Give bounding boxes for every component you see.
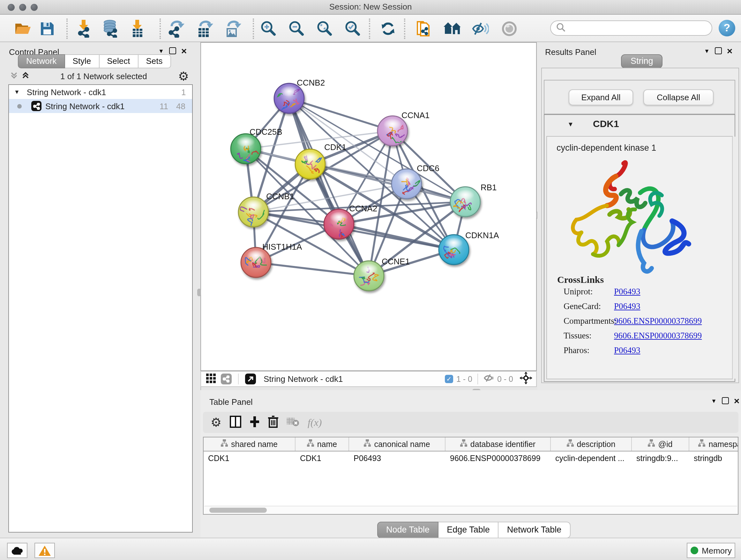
- table-options-gear-icon[interactable]: ⚙: [211, 416, 221, 428]
- table-hscrollbar[interactable]: [204, 506, 737, 514]
- open-session-icon[interactable]: [14, 20, 32, 38]
- table-panel-menu-icon[interactable]: ▼: [711, 397, 717, 404]
- node-HIST1H1A[interactable]: [241, 247, 271, 277]
- add-column-icon[interactable]: [250, 415, 260, 429]
- table-row[interactable]: CDK1CDK1P064939606.ENSP00000378699cyclin…: [204, 451, 738, 465]
- import-table-icon[interactable]: [128, 20, 146, 38]
- node-table[interactable]: shared namenamecanonical namedatabase id…: [203, 437, 738, 515]
- collection-expand-icon[interactable]: ▼: [14, 89, 20, 95]
- string-view-icon[interactable]: [221, 374, 232, 384]
- birds-eye-icon[interactable]: [520, 372, 532, 386]
- help-icon[interactable]: ?: [719, 20, 735, 37]
- expand-all-button[interactable]: Expand All: [569, 89, 633, 105]
- expand-all-icon[interactable]: [22, 71, 29, 81]
- tab-sets[interactable]: Sets: [138, 54, 171, 68]
- results-scrollbar[interactable]: [732, 137, 737, 379]
- node-CDC6[interactable]: [392, 169, 421, 199]
- selected-checkbox-icon[interactable]: ✓: [445, 375, 453, 383]
- column-header-database-identifier[interactable]: database identifier: [446, 437, 551, 451]
- table-cell[interactable]: CDK1: [204, 454, 295, 462]
- crosslink-link[interactable]: 9606.ENSP00000378699: [614, 316, 702, 326]
- collapse-all-button[interactable]: Collapse All: [643, 89, 714, 105]
- column-header-canonical-name[interactable]: canonical name: [349, 437, 446, 451]
- column-header-name[interactable]: name: [295, 437, 349, 451]
- node-CCNB2[interactable]: [274, 83, 304, 113]
- node-CCNE1[interactable]: [354, 261, 384, 291]
- zoom-selected-icon[interactable]: [344, 20, 362, 38]
- control-panel-float-icon[interactable]: [169, 47, 176, 54]
- results-panel-float-icon[interactable]: [715, 47, 722, 54]
- edge-CCNB2-CCNA1[interactable]: [289, 98, 393, 131]
- refresh-icon[interactable]: [379, 20, 397, 38]
- export-table-icon[interactable]: [196, 20, 214, 38]
- network-row[interactable]: String Network - cdk1 11 48: [9, 99, 192, 113]
- table-cell[interactable]: stringdb: [689, 454, 738, 462]
- home-icon[interactable]: [443, 20, 461, 38]
- node-CDKN1A[interactable]: [439, 235, 469, 265]
- grid-view-icon[interactable]: [206, 373, 216, 385]
- warning-button[interactable]: [35, 543, 55, 558]
- table-panel-float-icon[interactable]: [722, 397, 729, 404]
- table-cell[interactable]: stringdb:9...: [632, 454, 689, 462]
- control-panel-menu-icon[interactable]: ▼: [158, 48, 164, 54]
- cloud-button[interactable]: [7, 543, 27, 558]
- search-icon: [556, 22, 566, 34]
- column-header-namespace[interactable]: namespace: [689, 437, 738, 451]
- column-header-label: description: [577, 440, 616, 449]
- tab-network[interactable]: Network: [18, 54, 65, 68]
- node-CDK1[interactable]: [295, 149, 325, 179]
- node-CCNB1[interactable]: [239, 197, 268, 227]
- string-files-icon[interactable]: [415, 20, 433, 38]
- zoom-fit-icon[interactable]: [316, 20, 334, 38]
- column-header--id[interactable]: @id: [632, 437, 689, 451]
- table-cell[interactable]: cyclin-dependent ...: [551, 454, 632, 462]
- hidden-eye-icon[interactable]: [483, 374, 494, 384]
- network-collection-row[interactable]: ▼ String Network - cdk1 1: [9, 85, 192, 99]
- protein-collapse-icon[interactable]: ▼: [567, 121, 574, 128]
- zoom-out-icon[interactable]: [288, 20, 306, 38]
- export-network-icon[interactable]: [168, 20, 186, 38]
- column-header-label: shared name: [231, 440, 278, 449]
- left-splitter-handle[interactable]: [197, 289, 201, 296]
- tab-edge-table[interactable]: Edge Table: [439, 522, 499, 538]
- tab-select[interactable]: Select: [99, 54, 138, 68]
- save-session-icon[interactable]: [38, 20, 56, 38]
- crosslink-link[interactable]: P06493: [614, 287, 641, 297]
- edge-CCNE1-HIST1H1A[interactable]: [256, 262, 369, 276]
- table-hscrollbar-thumb[interactable]: [209, 508, 267, 513]
- tab-node-table[interactable]: Node Table: [377, 522, 439, 538]
- node-RB1[interactable]: [450, 187, 480, 217]
- results-panel-menu-icon[interactable]: ▼: [704, 48, 710, 54]
- zoom-in-icon[interactable]: [260, 20, 278, 38]
- tab-string[interactable]: String: [621, 54, 663, 68]
- node-CCNA1[interactable]: [378, 116, 408, 146]
- tab-style[interactable]: Style: [65, 54, 99, 68]
- show-columns-icon[interactable]: [230, 415, 241, 429]
- import-network-icon[interactable]: [75, 20, 92, 38]
- export-image-icon[interactable]: [224, 20, 242, 38]
- crosslink-label: GeneCard:: [563, 301, 601, 312]
- network-canvas[interactable]: CCNB2CCNA1CDC25BCDK1CDC6RB1CCNB1CCNA2CDK…: [200, 42, 537, 371]
- table-panel-close-icon[interactable]: ×: [734, 398, 740, 403]
- collapse-all-icon[interactable]: [10, 71, 18, 81]
- table-cell[interactable]: CDK1: [295, 454, 349, 462]
- detach-view-icon[interactable]: [245, 374, 256, 384]
- column-header-shared-name[interactable]: shared name: [204, 437, 295, 451]
- main-toolbar: ?: [0, 15, 741, 42]
- delete-column-icon[interactable]: [268, 415, 278, 430]
- control-panel-close-icon[interactable]: ×: [181, 48, 187, 54]
- results-panel-close-icon[interactable]: ×: [727, 48, 733, 54]
- import-network-from-database-icon[interactable]: [102, 20, 119, 38]
- crosslink-link[interactable]: P06493: [614, 346, 641, 356]
- table-cell[interactable]: P06493: [349, 454, 446, 462]
- memory-button[interactable]: Memory: [687, 543, 735, 558]
- column-header-description[interactable]: description: [551, 437, 632, 451]
- tab-network-table[interactable]: Network Table: [499, 522, 570, 538]
- toolbar-separator: [66, 18, 68, 39]
- crosslink-link[interactable]: P06493: [614, 301, 641, 312]
- hide-unselected-eye-icon[interactable]: [471, 20, 489, 38]
- crosslink-link[interactable]: 9606.ENSP00000378699: [614, 331, 702, 341]
- search-input[interactable]: [550, 20, 712, 36]
- table-cell[interactable]: 9606.ENSP00000378699: [446, 454, 551, 462]
- network-options-gear-icon[interactable]: ⚙: [178, 70, 189, 82]
